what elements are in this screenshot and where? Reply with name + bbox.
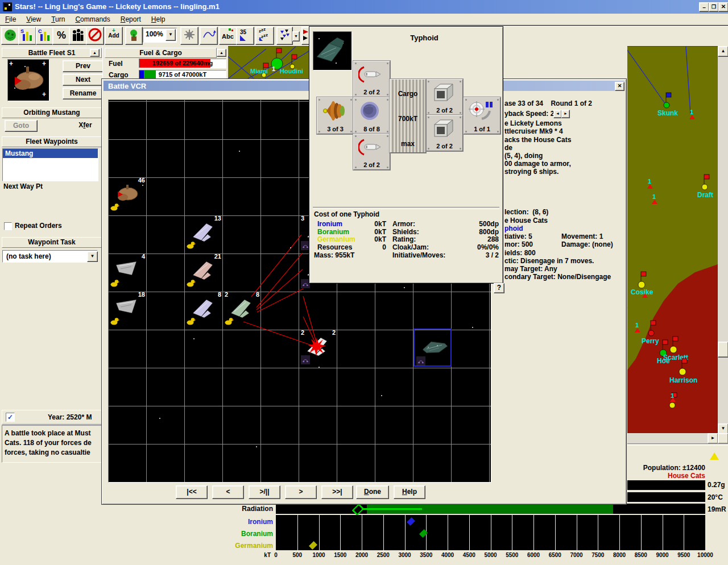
map-hscrollbar[interactable]: ►: [627, 433, 728, 443]
popup-help-button[interactable]: ?: [494, 283, 504, 293]
toolbar-terraform-icon[interactable]: [125, 27, 143, 45]
scroll-right-icon[interactable]: ►: [708, 433, 718, 444]
menu-item-turn[interactable]: Turn: [46, 14, 70, 25]
cargo-slot[interactable]: Cargo700kTmax: [390, 79, 426, 153]
app-icon-dot: [9, 4, 10, 6]
toolbar-ship-count-icon[interactable]: 35: [236, 27, 254, 45]
duck-emblem-icon: [110, 203, 119, 213]
component-slot-armor[interactable]: 2 of 2: [426, 115, 463, 151]
vcr-play-pause-button[interactable]: >/||: [249, 485, 280, 499]
toolbar-zoom-dropdown[interactable]: 100%▼: [143, 28, 177, 43]
battle-token[interactable]: 22: [299, 329, 337, 367]
component-slot-shield[interactable]: 8 of 8: [353, 97, 390, 134]
battle-token[interactable]: 18: [109, 290, 147, 329]
vcr-step-back-button[interactable]: <: [212, 485, 244, 499]
fleet-panel-collapse-icon[interactable]: ▲: [90, 49, 100, 57]
vcr-done-button[interactable]: Done: [356, 485, 389, 499]
next-button[interactable]: Next: [63, 74, 104, 86]
star-map-svg[interactable]: SkunkDraftCosikePerryHoeScarlettHarrison…: [627, 47, 718, 434]
mineral-legend-boranium: Boranium: [225, 530, 273, 538]
toolbar-enemy-fleets-icon[interactable]: [276, 27, 293, 45]
component-slot-armor[interactable]: 2 of 2: [426, 79, 463, 115]
battle-token[interactable]: 46: [109, 176, 147, 214]
toolbar-percent-icon[interactable]: %: [52, 27, 71, 45]
minimize-button[interactable]: –: [699, 2, 709, 12]
star-map-top-svg[interactable]: MiamiHoudini1: [226, 47, 309, 81]
waypoint-task-header: Waypoint Task: [2, 237, 102, 248]
battle-token[interactable]: 13: [185, 214, 223, 252]
battle-token[interactable]: 21: [185, 252, 223, 290]
toolbar-surface-minerals-icon[interactable]: S: [18, 27, 36, 45]
mass-label: Mass: 955kT: [314, 251, 354, 259]
fuel-cargo-header[interactable]: Fuel & Cargo: [105, 48, 217, 58]
toolbar-population-icon[interactable]: [69, 27, 87, 45]
fuel-cargo-collapse-icon[interactable]: ▲: [217, 49, 226, 57]
battle-vcr-close-icon[interactable]: ✕: [615, 82, 624, 91]
toolbar-zoom-arrow-icon[interactable]: ▼: [166, 29, 176, 41]
toolbar-minefields-icon[interactable]: [180, 27, 198, 45]
toolbar-dropdown-arrow-icon[interactable]: ▼: [292, 31, 300, 41]
xfer-button[interactable]: Xfer: [71, 120, 100, 131]
toolbar-no-info-icon[interactable]: [86, 27, 104, 45]
stat-value: 3 / 2: [442, 251, 499, 259]
toolbar-idle-fleets-icon[interactable]: zzzzzzz: [255, 27, 274, 45]
scroll-up-icon[interactable]: ▲: [718, 46, 728, 57]
toolbar-ship-names-icon[interactable]: Abc: [219, 27, 237, 45]
menu-item-file[interactable]: File: [0, 14, 21, 25]
waypoint-item[interactable]: Mustang: [3, 149, 98, 158]
menu-item-help[interactable]: Help: [146, 14, 171, 25]
planet-up-icon[interactable]: [710, 452, 719, 460]
stat-label: Initiative/Moves:: [392, 251, 445, 259]
scroll-thumb[interactable]: [718, 342, 728, 358]
vcr-help-button[interactable]: Help: [394, 485, 425, 499]
close-button[interactable]: ✕: [718, 2, 728, 12]
toolbar-fleet-paths-icon[interactable]: [200, 27, 218, 45]
battle-info-line: acks the House Cats: [504, 136, 571, 144]
waypoint-list[interactable]: Mustang: [2, 148, 98, 181]
chart-gridline: [684, 515, 684, 550]
playback-speed-down-icon[interactable]: ◄: [553, 110, 562, 118]
axis-tick-label: 7000: [565, 552, 588, 558]
repeat-orders-checkbox[interactable]: [4, 222, 12, 230]
toolbar-mineral-conc-icon[interactable]: C: [36, 27, 54, 45]
component-slot-computer[interactable]: 1 of 1: [464, 97, 500, 134]
message-filter-checkbox[interactable]: ✓: [6, 413, 15, 422]
prev-button[interactable]: Prev: [63, 60, 104, 72]
slot-count: 8 of 8: [354, 126, 390, 132]
menu-item-commands[interactable]: Commands: [70, 14, 115, 25]
cat-emblem-icon: [416, 356, 425, 367]
scroll-corner: [718, 433, 728, 444]
component-slot-missile[interactable]: 2 of 2: [353, 134, 390, 170]
task-dropdown[interactable]: (no task here) ▼: [2, 250, 98, 263]
cat-emblem-icon: [301, 355, 310, 366]
battle-token[interactable]: 8: [185, 290, 223, 329]
battle-token[interactable]: 28: [223, 290, 261, 329]
battle-token[interactable]: [413, 329, 452, 367]
toolbar-add-waypoint-button[interactable]: +Add: [105, 27, 123, 45]
task-dropdown-arrow-icon[interactable]: ▼: [87, 251, 98, 262]
svg-text:Harrison: Harrison: [669, 376, 697, 384]
ship-sprite: [421, 337, 449, 358]
svg-text:1: 1: [272, 65, 275, 72]
battle-token[interactable]: 4: [109, 252, 147, 290]
star-map[interactable]: SkunkDraftCosikePerryHoeScarlettHarrison…: [627, 46, 718, 434]
stat-label: Cloak/Jam:: [392, 243, 429, 251]
vcr-rewind-button[interactable]: |<<: [176, 485, 208, 499]
menu-item-report[interactable]: Report: [115, 14, 146, 25]
mineral-legend-germanium: Germanium: [225, 542, 273, 550]
component-slot-engine[interactable]: 3 of 3: [317, 97, 354, 134]
fleet-panel-header[interactable]: Battle Fleet S1: [2, 48, 102, 58]
vcr-end-button[interactable]: >>|: [321, 485, 353, 499]
restore-button[interactable]: ❐: [709, 2, 719, 12]
component-slot-missile[interactable]: 2 of 2: [353, 61, 390, 97]
star-map-top[interactable]: MiamiHoudini1: [226, 46, 309, 81]
chart-gridline: [619, 515, 620, 550]
vcr-step-button[interactable]: >: [285, 485, 317, 499]
menu-item-view[interactable]: View: [21, 14, 46, 25]
cost-mineral-value: 0: [355, 243, 386, 251]
toolbar-planet-value-icon[interactable]: [1, 27, 19, 45]
rename-button[interactable]: Rename: [63, 88, 104, 99]
goto-button[interactable]: Goto: [5, 120, 38, 132]
playback-speed-up-icon[interactable]: ►: [561, 110, 570, 118]
map-vscrollbar[interactable]: ▲ ▼: [718, 46, 728, 433]
